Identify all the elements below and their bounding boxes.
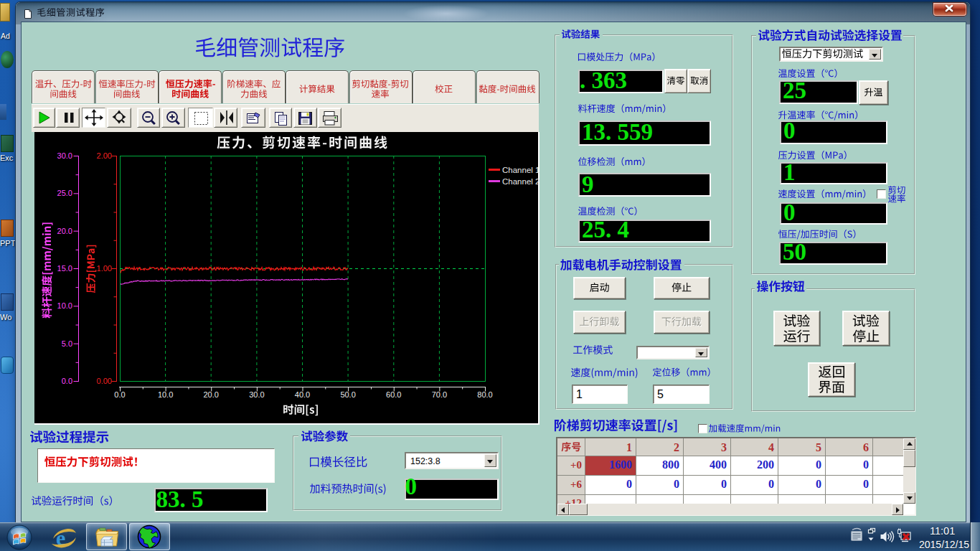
- svg-text:30.0: 30.0: [57, 151, 72, 160]
- svg-text:30.0: 30.0: [249, 390, 264, 399]
- svg-text:1.00: 1.00: [97, 264, 112, 273]
- svg-text:0.0: 0.0: [62, 377, 72, 385]
- svg-text:25.0: 25.0: [57, 189, 72, 197]
- svg-text:50.0: 50.0: [340, 390, 355, 399]
- svg-text:10.0: 10.0: [57, 301, 72, 310]
- svg-text:Channel 2: Channel 2: [502, 177, 540, 186]
- svg-text:5.0: 5.0: [62, 339, 72, 348]
- svg-text:0.0: 0.0: [114, 390, 125, 399]
- svg-text:60.0: 60.0: [386, 390, 401, 399]
- svg-text:10.0: 10.0: [158, 390, 173, 399]
- svg-text:Channel 1: Channel 1: [502, 166, 540, 174]
- svg-text:80.0: 80.0: [477, 390, 492, 399]
- svg-text:20.0: 20.0: [203, 390, 218, 399]
- svg-text:40.0: 40.0: [295, 390, 310, 399]
- svg-text:2.00: 2.00: [97, 151, 112, 160]
- svg-text:0.00: 0.00: [97, 377, 112, 385]
- svg-text:15.0: 15.0: [57, 264, 72, 273]
- svg-text:20.0: 20.0: [57, 227, 72, 235]
- svg-text:70.0: 70.0: [432, 390, 447, 399]
